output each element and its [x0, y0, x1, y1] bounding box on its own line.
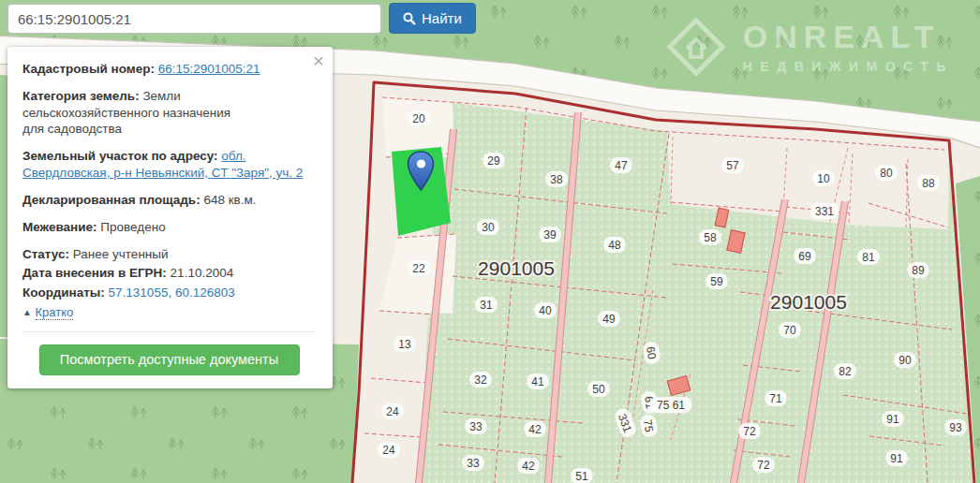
view-documents-button[interactable]: Посмотреть доступные документы — [39, 344, 300, 375]
parcel-number: 30 — [477, 219, 498, 235]
svg-text:51: 51 — [575, 470, 588, 483]
svg-text:24: 24 — [382, 444, 395, 457]
svg-text:24: 24 — [386, 405, 399, 418]
svg-text:93: 93 — [949, 421, 962, 434]
field-value: Проведено — [100, 220, 165, 234]
parcel-number: 80 — [875, 165, 897, 181]
field-value: 21.10.2004 — [171, 266, 234, 280]
svg-text:91: 91 — [886, 413, 899, 426]
field-label: Декларированная площадь: — [22, 193, 200, 207]
svg-text:72: 72 — [757, 459, 770, 472]
svg-text:10: 10 — [817, 172, 830, 185]
parcel-number: 31 — [475, 297, 497, 313]
triangle-up-icon: ▲ — [22, 307, 32, 317]
parcel-number: 69 — [794, 248, 815, 264]
parcel-field: Категория земель: Земли сельскохозяйстве… — [22, 88, 316, 138]
parcel-number: 42 — [517, 458, 539, 474]
search-input[interactable] — [7, 4, 381, 34]
svg-text:41: 41 — [531, 375, 544, 388]
svg-text:70: 70 — [783, 324, 796, 337]
svg-text:38: 38 — [550, 173, 563, 186]
svg-text:49: 49 — [602, 313, 616, 326]
parcel-info-panel: × Кадастровый номер: 66:15:2901005:21Кат… — [7, 47, 333, 388]
parcel-number: 71 — [765, 390, 786, 406]
svg-text:33: 33 — [469, 420, 483, 433]
quarter-number: 2901005 — [770, 291, 847, 313]
parcel-number: 40 — [534, 302, 556, 318]
field-label: Категория земель: — [22, 89, 140, 103]
parcel-number: 72 — [738, 423, 760, 439]
parcel-number: 58 — [699, 229, 720, 245]
field-value: Ранее учтенный — [73, 247, 169, 261]
parcel-field: Статус: Ранее учтенный — [22, 246, 316, 263]
svg-text:32: 32 — [474, 373, 487, 387]
parcel-number: 20 — [408, 110, 429, 126]
parcel-number: 51 — [571, 468, 592, 483]
svg-text:331: 331 — [815, 205, 834, 218]
parcel-number: 24 — [378, 442, 399, 458]
parcel-number: 39 — [539, 227, 560, 242]
field-label: Дата внесения в ЕГРН: — [22, 266, 167, 280]
svg-text:22: 22 — [412, 262, 425, 275]
svg-text:42: 42 — [528, 423, 542, 436]
svg-text:88: 88 — [922, 177, 935, 190]
parcel-number: 41 — [527, 373, 548, 389]
svg-text:72: 72 — [743, 425, 756, 438]
parcel-number: 72 — [752, 457, 774, 473]
svg-text:69: 69 — [798, 250, 811, 263]
field-label: Статус: — [22, 247, 69, 261]
collapse-link[interactable]: Кратко — [36, 305, 74, 320]
svg-text:40: 40 — [539, 304, 552, 317]
parcel-fields: Кадастровый номер: 66:15:2901005:21Катег… — [22, 61, 316, 301]
parcel-number: 50 — [587, 381, 609, 397]
parcel-number: 10 — [812, 170, 834, 186]
parcel-number: 48 — [603, 237, 625, 253]
parcel-number: 32 — [469, 372, 491, 388]
parcel-number: 81 — [857, 249, 879, 265]
parcel-number: 331 — [810, 203, 839, 219]
svg-text:13: 13 — [398, 338, 411, 351]
parcel-number: 91 — [885, 450, 907, 466]
svg-text:60: 60 — [644, 345, 659, 360]
svg-text:33: 33 — [467, 457, 480, 470]
field-value: 648 кв.м. — [203, 193, 256, 207]
parcel-field: Координаты: 57.131055, 60.126803 — [22, 285, 316, 301]
parcel-number: 49 — [598, 311, 619, 327]
search-button[interactable]: Найти — [389, 3, 476, 34]
svg-text:42: 42 — [522, 460, 535, 473]
field-value-link[interactable]: 66:15:2901005:21 — [158, 62, 260, 76]
parcel-field: Земельный участок по адресу: обл. Свердл… — [22, 148, 316, 182]
svg-text:58: 58 — [704, 231, 717, 244]
svg-text:30: 30 — [482, 221, 495, 234]
quarter-number: 2901005 — [478, 257, 555, 279]
svg-text:39: 39 — [543, 228, 557, 242]
parcel-number: 33 — [462, 455, 483, 471]
parcel-number: 82 — [834, 363, 855, 379]
parcel-number: 24 — [381, 403, 403, 419]
parcel-field: Дата внесения в ЕГРН: 21.10.2004 — [22, 265, 316, 282]
field-label: Земельный участок по адресу: — [22, 149, 218, 163]
parcel-number: 90 — [894, 352, 915, 368]
field-label: Кадастровый номер: — [22, 62, 155, 76]
svg-text:48: 48 — [608, 239, 621, 252]
parcel-number: 38 — [545, 171, 567, 187]
parcel-number: 89 — [907, 262, 928, 278]
parcel-field: Декларированная площадь: 648 кв.м. — [22, 192, 316, 209]
parcel-number: 33 — [465, 418, 486, 434]
parcel-number: 57 — [721, 157, 743, 173]
parcel-field: Кадастровый номер: 66:15:2901005:21 — [22, 61, 316, 78]
close-icon[interactable]: × — [313, 51, 324, 70]
parcel-number: 47 — [610, 157, 631, 173]
svg-text:47: 47 — [615, 159, 628, 172]
parcel-number: 22 — [408, 260, 429, 276]
svg-text:20: 20 — [412, 112, 425, 125]
search-button-label: Найти — [422, 10, 462, 26]
svg-text:29: 29 — [487, 154, 500, 168]
svg-text:89: 89 — [912, 264, 925, 277]
parcel-number: 42 — [524, 421, 545, 437]
parcel-number: 70 — [779, 322, 800, 338]
svg-text:75: 75 — [641, 418, 656, 433]
field-label: Координаты: — [22, 285, 105, 300]
svg-text:80: 80 — [880, 167, 893, 180]
svg-text:50: 50 — [592, 383, 605, 396]
